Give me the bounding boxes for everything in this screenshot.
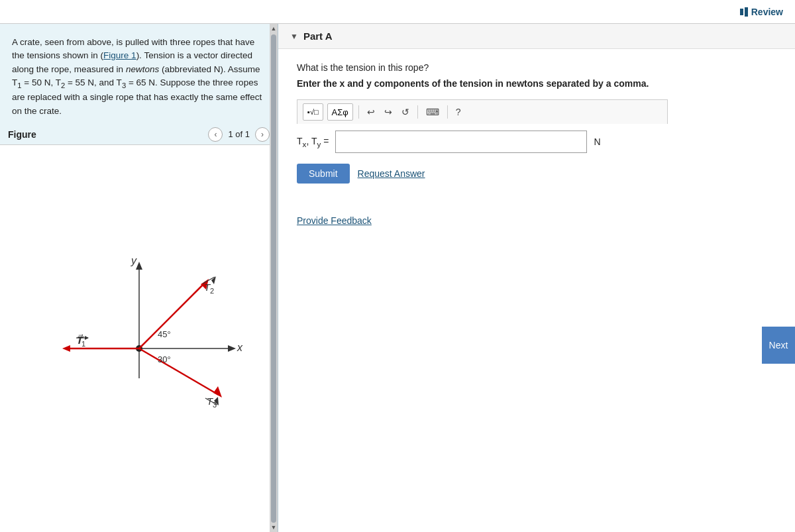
help-button[interactable]: ?: [453, 107, 464, 117]
math-toolbar: ▪ √□ ΑΣφ ↩ ↪ ↺ ⌨ ?: [297, 99, 668, 124]
redo-button[interactable]: ↪: [382, 107, 395, 117]
next-button[interactable]: Next: [762, 327, 795, 364]
figure-label: Figure: [8, 129, 36, 140]
question-area: What is the tension in this rope? Enter …: [278, 49, 795, 210]
btn-row: Submit Request Answer: [297, 164, 776, 184]
answer-input[interactable]: [335, 131, 587, 153]
problem-text: A crate, seen from above, is pulled with…: [0, 24, 278, 125]
greek-button[interactable]: ΑΣφ: [327, 103, 353, 121]
t2-sub: 2: [210, 287, 214, 295]
review-icon: [740, 7, 748, 17]
figure-prev-button[interactable]: ‹: [208, 127, 223, 142]
part-a-header: ▼ Part A: [278, 24, 795, 49]
keyboard-button[interactable]: ⌨: [423, 107, 442, 117]
feedback-link[interactable]: Provide Feedback: [278, 210, 795, 231]
matrix-button[interactable]: ▪ √□: [303, 103, 323, 121]
figure-nav: ‹ 1 of 1 ›: [208, 127, 270, 142]
undo-button[interactable]: ↩: [364, 107, 378, 117]
scroll-up[interactable]: ▲: [271, 25, 277, 32]
review-label: Review: [751, 7, 783, 17]
svg-marker-3: [228, 345, 236, 352]
part-a-label: Part A: [303, 30, 333, 42]
input-row: Tx, Ty = N: [297, 131, 776, 153]
right-panel: ▼ Part A What is the tension in this rop…: [278, 24, 795, 532]
question-instruction: Enter the x and y components of the tens…: [297, 78, 776, 89]
force-diagram: y x T⃗ T 1: [26, 246, 252, 431]
svg-line-15: [139, 348, 219, 395]
figure-area: Figure ‹ 1 of 1 › y: [0, 125, 278, 532]
toolbar-sep2: [417, 105, 418, 119]
figure-page: 1 of 1: [228, 129, 250, 139]
request-answer-button[interactable]: Request Answer: [358, 168, 425, 179]
svg-marker-1: [136, 262, 142, 270]
review-button[interactable]: Review: [740, 7, 783, 17]
unit-label: N: [594, 136, 600, 147]
main-content: A crate, seen from above, is pulled with…: [0, 24, 795, 532]
refresh-button[interactable]: ↺: [399, 107, 412, 117]
y-axis-label: y: [131, 255, 137, 266]
svg-text:1: 1: [81, 340, 85, 348]
angle1-label: 45°: [158, 329, 171, 339]
svg-line-11: [139, 282, 205, 348]
svg-marker-16: [213, 386, 222, 398]
input-label: Tx, Ty =: [297, 136, 329, 148]
toolbar-sep3: [447, 105, 448, 119]
top-bar: Review: [0, 0, 795, 24]
x-axis-label: x: [237, 342, 243, 353]
sqrt-icon: √□: [310, 108, 319, 116]
svg-marker-10: [85, 336, 89, 340]
scroll-down[interactable]: ▼: [271, 524, 277, 531]
angle2-label: 30°: [158, 354, 171, 364]
figure-link[interactable]: Figure 1: [103, 50, 136, 60]
toolbar-sep1: [358, 105, 359, 119]
question-text: What is the tension in this rope?: [297, 62, 776, 73]
left-panel: A crate, seen from above, is pulled with…: [0, 24, 278, 532]
collapse-icon[interactable]: ▼: [290, 32, 298, 41]
svg-marker-6: [62, 345, 70, 352]
diagram-container: y x T⃗ T 1: [0, 144, 278, 532]
greek-label: ΑΣφ: [332, 107, 348, 117]
figure-next-button[interactable]: ›: [255, 127, 270, 142]
figure-header: Figure ‹ 1 of 1 ›: [0, 125, 278, 144]
submit-button[interactable]: Submit: [297, 164, 350, 184]
